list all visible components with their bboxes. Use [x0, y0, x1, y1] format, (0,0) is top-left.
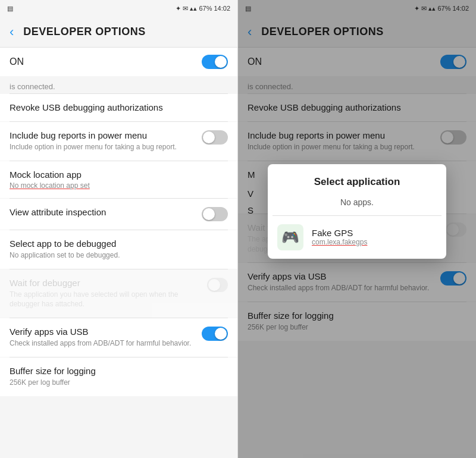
bug-reports-row-left[interactable]: Include bug reports in power menu Includ…	[0, 122, 237, 161]
fakegps-icon: 🎮	[277, 224, 303, 250]
verify-usb-title-left: Verify apps via USB	[10, 327, 191, 337]
back-button-left[interactable]: ‹	[10, 24, 14, 40]
time-label: 14:02	[214, 5, 230, 12]
on-label-left: ON	[10, 57, 24, 67]
mute-icon: ✉	[183, 5, 188, 12]
bug-reports-toggle-left[interactable]	[202, 130, 228, 145]
status-bar-left: ▤ ✦ ✉ ▴▴ 67% 14:02	[0, 0, 237, 17]
bug-reports-title-left: Include bug reports in power menu	[10, 130, 177, 140]
select-debug-app-row-left[interactable]: Select app to be debugged No application…	[0, 230, 237, 269]
camera-icon: ▤	[7, 5, 13, 12]
on-toggle-left[interactable]	[202, 55, 228, 69]
view-attribute-title-left: View attribute inspection	[10, 207, 106, 217]
buffer-size-title-left: Buffer size for logging	[10, 366, 228, 376]
wait-debugger-title-left: Wait for debugger	[10, 278, 207, 288]
select-application-dialog: Select application No apps. 🎮 Fake GPS c…	[268, 164, 446, 259]
right-panel: ▤ ✦ ✉ ▴▴ 67% 14:02 ‹ DEVELOPER OPTIONS O…	[238, 0, 476, 458]
bluetooth-icon: ✦	[176, 5, 181, 12]
wait-debugger-subtitle-left: The application you have selected will o…	[10, 290, 207, 310]
connected-text-left: is connected.	[0, 77, 237, 93]
left-panel: ▤ ✦ ✉ ▴▴ 67% 14:02 ‹ DEVELOPER OPTIONS O…	[0, 0, 238, 458]
content-left: ON is connected. Revoke USB debugging au…	[0, 48, 237, 458]
fakegps-info: Fake GPS com.lexa.fakegps	[312, 228, 367, 246]
select-debug-app-title-left: Select app to be debugged	[10, 239, 228, 249]
mock-location-subtitle-left: No mock location app set	[10, 181, 228, 190]
verify-usb-text-left: Verify apps via USB Check installed apps…	[10, 327, 191, 349]
dialog-title: Select application	[268, 164, 446, 194]
verify-usb-subtitle-left: Check installed apps from ADB/ADT for ha…	[10, 338, 191, 349]
dialog-overlay[interactable]: Select application No apps. 🎮 Fake GPS c…	[238, 0, 476, 458]
buffer-size-row-left[interactable]: Buffer size for logging 256K per log buf…	[0, 357, 237, 396]
signal-icon: ▴▴	[190, 5, 197, 12]
verify-usb-toggle-left[interactable]	[202, 327, 228, 341]
buffer-size-subtitle-left: 256K per log buffer	[10, 378, 228, 388]
mock-location-title-left: Mock location app	[10, 170, 228, 180]
view-attribute-text-left: View attribute inspection	[10, 207, 106, 217]
wait-debugger-text-left: Wait for debugger The application you ha…	[10, 278, 207, 310]
select-debug-app-subtitle-left: No application set to be debugged.	[10, 250, 228, 261]
status-left-icons: ▤	[7, 5, 13, 12]
status-right-icons: ✦ ✉ ▴▴ 67% 14:02	[176, 5, 230, 12]
mock-location-row-left[interactable]: Mock location app No mock location app s…	[0, 161, 237, 198]
view-attribute-row-left[interactable]: View attribute inspection	[0, 199, 237, 230]
battery-label: 67%	[199, 5, 212, 12]
view-attribute-toggle-left[interactable]	[202, 207, 228, 221]
on-row-left[interactable]: ON	[0, 48, 237, 76]
top-bar-left: ‹ DEVELOPER OPTIONS	[0, 17, 237, 48]
fakegps-package: com.lexa.fakegps	[312, 238, 367, 246]
revoke-usb-row-left[interactable]: Revoke USB debugging authorizations	[0, 94, 237, 121]
wait-debugger-toggle-left	[207, 278, 228, 292]
verify-usb-row-left[interactable]: Verify apps via USB Check installed apps…	[0, 318, 237, 357]
bug-reports-subtitle-left: Include option in power menu for taking …	[10, 142, 177, 152]
bug-reports-text-left: Include bug reports in power menu Includ…	[10, 130, 177, 152]
fakegps-name: Fake GPS	[312, 228, 367, 238]
page-title-left: DEVELOPER OPTIONS	[23, 26, 146, 38]
wait-debugger-row-left: Wait for debugger The application you ha…	[0, 269, 237, 318]
dialog-app-row-fakegps[interactable]: 🎮 Fake GPS com.lexa.fakegps	[268, 216, 446, 259]
revoke-usb-title-left: Revoke USB debugging authorizations	[10, 102, 163, 112]
dialog-no-apps-text: No apps.	[268, 194, 446, 215]
